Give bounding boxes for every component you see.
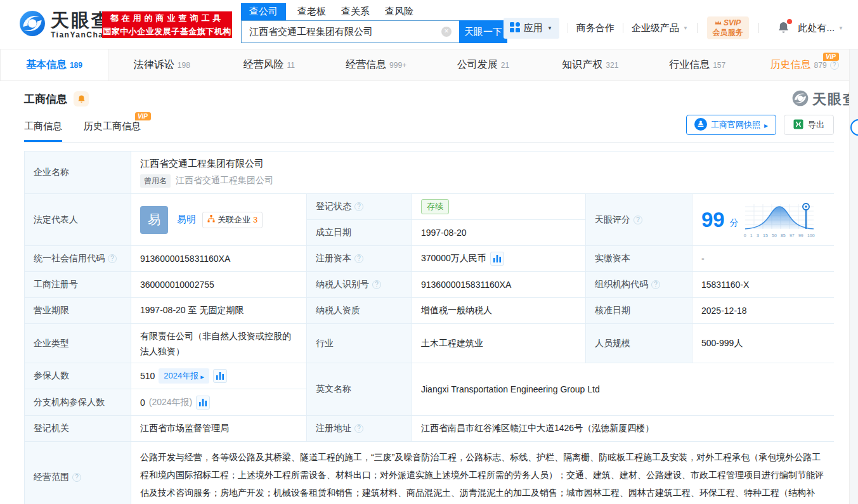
chevron-down-icon bbox=[682, 25, 689, 32]
account-menu[interactable]: 此处有... bbox=[798, 22, 844, 34]
label-text: 注册地址 bbox=[316, 423, 351, 434]
field-label: 工商注册号 bbox=[25, 272, 131, 298]
cooperation-link[interactable]: 商务合作 bbox=[576, 22, 614, 34]
help-icon[interactable] bbox=[354, 424, 363, 433]
slogan-line2: 国家中小企业发展子基金旗下机构 bbox=[103, 26, 231, 37]
notification-dot bbox=[787, 19, 792, 24]
help-icon[interactable] bbox=[354, 202, 363, 211]
english-name-value: Jiangxi Transportation Engineering Group… bbox=[421, 384, 600, 394]
arrow-right-icon bbox=[200, 372, 204, 381]
svip-label: SVIP bbox=[724, 18, 741, 28]
field-label: 企业类型 bbox=[25, 324, 131, 363]
section-title: 工商信息 bbox=[24, 92, 67, 107]
tab-operation-risk[interactable]: 经营风险 11 bbox=[216, 49, 323, 81]
field-label: 组织机构代码 bbox=[586, 272, 692, 298]
tab-count: 999+ bbox=[389, 61, 406, 70]
search-tab-boss[interactable]: 查老板 bbox=[297, 3, 326, 20]
tab-label: 基本信息 bbox=[26, 58, 67, 72]
tab-label: 经营信息 bbox=[346, 58, 386, 72]
tab-label: 法律诉讼 bbox=[134, 58, 174, 72]
right-scroll-rail[interactable] bbox=[849, 49, 858, 504]
svip-member-button[interactable]: SVIP 会员服务 bbox=[707, 16, 749, 39]
subscribe-bell-icon[interactable] bbox=[74, 91, 89, 107]
official-snapshot-button[interactable]: 工商官网快照 bbox=[686, 115, 776, 135]
insured-count-value: 510 bbox=[140, 371, 155, 381]
tianyancha-logo-icon bbox=[19, 10, 46, 39]
label-text: 天眼评分 bbox=[595, 214, 630, 226]
field-label: 注册资本 bbox=[307, 246, 412, 272]
help-icon[interactable] bbox=[372, 280, 381, 289]
branch-insured-cell: 0 (2024年报) bbox=[131, 389, 307, 416]
english-name-cell: Jiangxi Transportation Engineering Group… bbox=[412, 363, 834, 416]
reg-authority-cell: 江西省市场监督管理局 bbox=[131, 416, 307, 442]
enterprise-products-menu[interactable]: 企业级产品 bbox=[632, 22, 689, 34]
taxpayer-quality-cell: 增值税一般纳税人 bbox=[412, 298, 586, 324]
search-button[interactable]: 天眼一下 bbox=[459, 20, 507, 43]
tab-legal-litigation[interactable]: 法律诉讼 198 bbox=[108, 49, 216, 81]
legal-rep-avatar[interactable]: 易 bbox=[140, 206, 168, 234]
capital-chart-icon[interactable] bbox=[490, 252, 504, 266]
crown-icon bbox=[715, 18, 722, 28]
tab-count: 11 bbox=[287, 61, 294, 70]
field-label: 营业期限 bbox=[25, 298, 131, 324]
help-icon[interactable] bbox=[651, 280, 660, 289]
legal-rep-link[interactable]: 易明 bbox=[177, 214, 196, 226]
field-label: 分支机构参保人数 bbox=[25, 389, 131, 416]
search-tab-company[interactable]: 查公司 bbox=[241, 3, 286, 20]
snapshot-label: 工商官网快照 bbox=[711, 119, 760, 131]
vip-badge: VIP bbox=[135, 112, 151, 120]
help-icon[interactable] bbox=[72, 473, 81, 482]
company-type-cell: 有限责任公司（非自然人投资或控股的法人独资） bbox=[131, 324, 307, 363]
annual-report-badge[interactable]: 2024年报 bbox=[159, 368, 209, 384]
watermark-logo: 天眼查 bbox=[792, 90, 858, 109]
business-info-table: 企业名称 江西省交通工程集团有限公司 曾用名 江西省交通工程集团公司 法定代表人… bbox=[24, 151, 834, 504]
score-cell[interactable]: 99 分 01 bbox=[692, 194, 834, 246]
search-tab-risk[interactable]: 查风险 bbox=[385, 3, 413, 20]
tab-business-info-history[interactable]: 历史工商信息 VIP bbox=[84, 120, 141, 142]
tab-intellectual-property[interactable]: 知识产权 321 bbox=[536, 49, 644, 81]
org-code-cell: 15831160-X bbox=[692, 272, 834, 298]
help-icon[interactable] bbox=[634, 216, 642, 224]
tab-count: 198 bbox=[178, 61, 190, 70]
export-button[interactable]: 导出 bbox=[784, 115, 834, 135]
establish-date-cell: 1997-08-20 bbox=[412, 220, 586, 246]
tab-history-info[interactable]: VIP 历史信息 879 bbox=[751, 49, 858, 81]
divider bbox=[758, 23, 759, 33]
chevron-down-icon bbox=[838, 25, 844, 32]
help-icon[interactable] bbox=[108, 254, 117, 263]
export-label: 导出 bbox=[808, 119, 824, 131]
help-icon[interactable] bbox=[830, 61, 839, 70]
tab-label: 历史信息 bbox=[770, 58, 811, 72]
field-label: 纳税人识别号 bbox=[307, 272, 412, 298]
former-name: 江西省交通工程集团公司 bbox=[176, 175, 273, 186]
tab-count: 879 bbox=[814, 61, 827, 70]
tab-industry-info[interactable]: 行业信息 157 bbox=[644, 49, 751, 81]
company-name-cell: 江西省交通工程集团有限公司 曾用名 江西省交通工程集团公司 bbox=[131, 152, 834, 194]
tab-basic-info[interactable]: 基本信息 189 bbox=[0, 49, 108, 81]
insured-chart-icon[interactable] bbox=[213, 369, 227, 383]
tab-operation-info[interactable]: 经营信息 999+ bbox=[323, 49, 430, 81]
related-count: 3 bbox=[253, 215, 257, 224]
search-tab-relation[interactable]: 查关系 bbox=[341, 3, 370, 20]
notification-bell-icon[interactable] bbox=[777, 21, 790, 36]
search-area: 查公司 查老板 查关系 查风险 天眼一下 bbox=[241, 3, 507, 43]
apps-menu[interactable]: 应用 bbox=[504, 18, 559, 39]
help-icon[interactable] bbox=[354, 254, 363, 263]
company-nav-tabs: 基本信息 189 法律诉讼 198 经营风险 11 经营信息 999+ 公司发展… bbox=[0, 49, 858, 81]
clear-search-icon[interactable] bbox=[441, 27, 452, 37]
vip-badge: VIP bbox=[823, 53, 839, 61]
credit-code-cell: 9136000015831160XA bbox=[131, 246, 307, 272]
label-text: 组织机构代码 bbox=[595, 279, 648, 290]
apps-grid-icon bbox=[510, 22, 520, 34]
branch-insured-chart-icon[interactable] bbox=[196, 396, 210, 410]
tab-business-info-current[interactable]: 工商信息 bbox=[24, 120, 62, 142]
tab-count: 157 bbox=[713, 61, 725, 70]
search-input[interactable] bbox=[241, 20, 459, 43]
svip-service-label: 会员服务 bbox=[713, 28, 743, 37]
divider bbox=[568, 23, 568, 33]
related-companies-badge[interactable]: 关联企业 3 bbox=[202, 212, 263, 228]
field-label: 登记机关 bbox=[25, 416, 131, 442]
tab-company-development[interactable]: 公司发展 21 bbox=[430, 49, 537, 81]
branch-insured-note: (2024年报) bbox=[149, 397, 192, 408]
field-label: 英文名称 bbox=[307, 363, 412, 416]
